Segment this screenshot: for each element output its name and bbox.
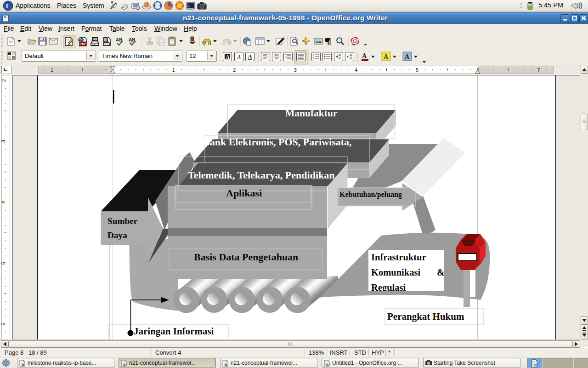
- svg-text:A: A: [362, 52, 367, 59]
- svg-text:PDF: PDF: [79, 42, 87, 46]
- svg-text:4: 4: [355, 67, 357, 73]
- svg-text:3: 3: [294, 67, 297, 73]
- svg-text:1: 1: [172, 67, 175, 73]
- svg-text:A: A: [384, 53, 389, 60]
- svg-text:4: 4: [1, 201, 6, 204]
- svg-text:1: 1: [51, 67, 53, 73]
- svg-text:2: 2: [313, 57, 315, 60]
- svg-text:>_: >_: [188, 4, 192, 8]
- svg-text:A: A: [226, 54, 230, 60]
- svg-text:5: 5: [1, 262, 6, 264]
- svg-text:A: A: [237, 53, 241, 60]
- svg-text:2: 2: [1, 79, 6, 82]
- svg-text:A: A: [248, 53, 253, 60]
- svg-text:A: A: [405, 53, 410, 60]
- svg-text:7: 7: [537, 67, 540, 73]
- svg-text:1: 1: [313, 53, 315, 57]
- svg-text:5: 5: [416, 67, 418, 73]
- svg-text:2: 2: [233, 67, 236, 73]
- svg-text:3: 3: [1, 140, 6, 143]
- svg-text:6: 6: [1, 323, 6, 326]
